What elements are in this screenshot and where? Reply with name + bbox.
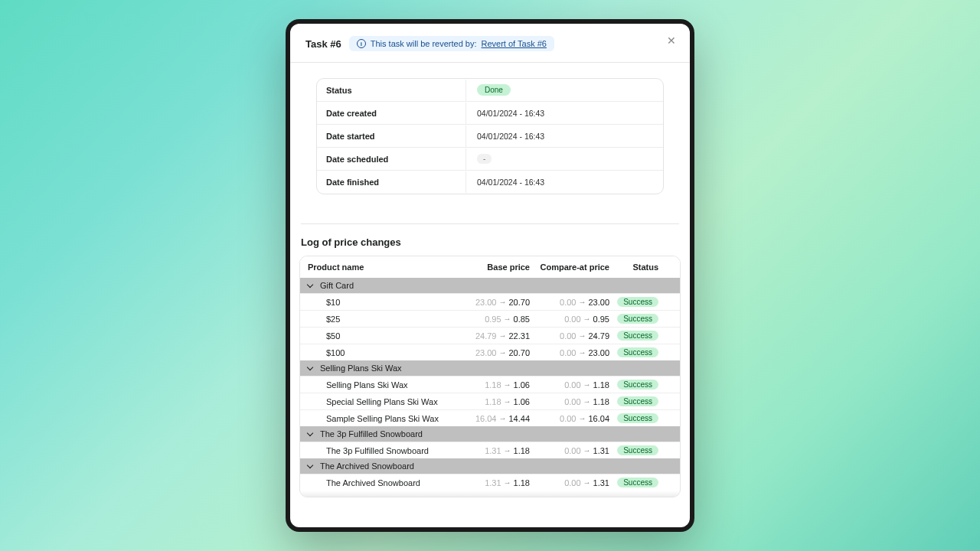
details-value: 04/01/2024 - 16:43 bbox=[466, 127, 663, 145]
product-group-row[interactable]: Selling Plans Ski Wax bbox=[300, 360, 680, 376]
base-price-cell: 23.00→20.70 bbox=[459, 348, 530, 357]
new-price: 24.79 bbox=[588, 331, 609, 341]
variant-name: The Archived Snowboard bbox=[308, 478, 459, 487]
success-badge: Success bbox=[617, 413, 658, 423]
new-price: 16.04 bbox=[588, 414, 609, 423]
product-group-row[interactable]: Gift Card bbox=[300, 278, 680, 293]
old-price: 1.31 bbox=[485, 446, 501, 455]
empty-value: - bbox=[477, 154, 492, 164]
arrow-right-icon: → bbox=[498, 414, 506, 422]
close-icon: ✕ bbox=[667, 34, 676, 47]
chevron-down-icon bbox=[308, 364, 315, 372]
group-name: Gift Card bbox=[320, 281, 354, 290]
arrow-right-icon: → bbox=[578, 298, 586, 306]
arrow-right-icon: → bbox=[498, 348, 506, 357]
row-status: Success bbox=[616, 445, 662, 455]
details-label: Date created bbox=[317, 103, 466, 124]
details-row: Date scheduled- bbox=[317, 148, 663, 171]
old-price: 1.31 bbox=[485, 478, 501, 487]
old-price: 0.00 bbox=[564, 446, 580, 455]
row-status: Success bbox=[616, 413, 662, 423]
chevron-down-icon bbox=[308, 430, 315, 438]
compare-price-cell: 0.00→23.00 bbox=[530, 298, 616, 307]
new-price: 22.31 bbox=[508, 331, 530, 341]
info-icon: i bbox=[357, 39, 366, 48]
arrow-right-icon: → bbox=[578, 348, 586, 357]
col-header-status: Status bbox=[616, 262, 662, 272]
row-status: Success bbox=[616, 314, 662, 324]
old-price: 23.00 bbox=[475, 298, 497, 307]
old-price: 23.00 bbox=[475, 348, 497, 357]
success-badge: Success bbox=[617, 297, 658, 307]
log-title: Log of price changes bbox=[299, 236, 681, 248]
arrow-right-icon: → bbox=[583, 397, 591, 406]
arrow-right-icon: → bbox=[583, 446, 591, 455]
arrow-right-icon: → bbox=[504, 446, 511, 455]
base-price-cell: 0.95→0.85 bbox=[459, 315, 530, 324]
row-status: Success bbox=[616, 396, 662, 406]
details-value: 04/01/2024 - 16:43 bbox=[466, 104, 663, 122]
close-button[interactable]: ✕ bbox=[664, 33, 679, 48]
table-row: $10023.00→20.700.00→23.00Success bbox=[300, 344, 680, 360]
row-status: Success bbox=[616, 478, 662, 487]
row-status: Success bbox=[616, 347, 662, 357]
product-group-row[interactable]: The Archived Snowboard bbox=[300, 458, 680, 474]
group-name: Selling Plans Ski Wax bbox=[320, 364, 402, 373]
arrow-right-icon: → bbox=[504, 315, 511, 323]
success-badge: Success bbox=[617, 347, 658, 357]
arrow-right-icon: → bbox=[504, 478, 511, 487]
table-row: $250.95→0.850.00→0.95Success bbox=[300, 310, 680, 327]
base-price-cell: 23.00→20.70 bbox=[459, 298, 530, 307]
log-table-header: Product name Base price Compare-at price… bbox=[300, 256, 680, 278]
product-group-row[interactable]: The 3p Fulfilled Snowboard bbox=[300, 426, 680, 442]
arrow-right-icon: → bbox=[583, 478, 591, 487]
table-row: $1023.00→20.700.00→23.00Success bbox=[300, 293, 680, 310]
details-value: 04/01/2024 - 16:43 bbox=[466, 173, 663, 191]
new-price: 1.18 bbox=[514, 478, 530, 487]
base-price-cell: 1.18→1.06 bbox=[459, 397, 530, 406]
old-price: 0.00 bbox=[564, 478, 580, 487]
table-row: $5024.79→22.310.00→24.79Success bbox=[300, 327, 680, 344]
base-price-cell: 24.79→22.31 bbox=[459, 331, 530, 341]
base-price-cell: 1.31→1.18 bbox=[459, 446, 530, 455]
arrow-right-icon: → bbox=[498, 331, 506, 340]
new-price: 20.70 bbox=[508, 298, 530, 307]
log-table: Product name Base price Compare-at price… bbox=[299, 256, 681, 497]
modal-body[interactable]: StatusDoneDate created04/01/2024 - 16:43… bbox=[290, 63, 690, 527]
variant-name: Special Selling Plans Ski Wax bbox=[308, 397, 459, 406]
compare-price-cell: 0.00→1.18 bbox=[530, 397, 616, 406]
col-header-base: Base price bbox=[459, 262, 530, 272]
new-price: 1.18 bbox=[514, 446, 530, 455]
variant-name: Selling Plans Ski Wax bbox=[308, 380, 459, 390]
details-label: Status bbox=[317, 80, 466, 101]
compare-price-cell: 0.00→16.04 bbox=[530, 414, 616, 423]
revert-link[interactable]: Revert of Task #6 bbox=[482, 39, 547, 48]
old-price: 0.00 bbox=[564, 380, 580, 390]
log-section: Log of price changes Product name Base p… bbox=[290, 224, 690, 497]
variant-name: The 3p Fulfilled Snowboard bbox=[308, 446, 459, 455]
row-status: Success bbox=[616, 297, 662, 307]
modal-title: Task #6 bbox=[305, 38, 341, 50]
base-price-cell: 16.04→14.44 bbox=[459, 414, 530, 423]
details-row: Date created04/01/2024 - 16:43 bbox=[317, 102, 663, 125]
col-header-compare: Compare-at price bbox=[530, 262, 616, 272]
row-status: Success bbox=[616, 331, 662, 341]
details-label: Date scheduled bbox=[317, 148, 466, 170]
base-price-cell: 1.18→1.06 bbox=[459, 380, 530, 390]
arrow-right-icon: → bbox=[504, 397, 511, 406]
new-price: 20.70 bbox=[508, 348, 530, 357]
new-price: 23.00 bbox=[588, 298, 609, 307]
new-price: 14.44 bbox=[508, 414, 530, 423]
variant-name: Sample Selling Plans Ski Wax bbox=[308, 414, 459, 423]
new-price: 1.06 bbox=[514, 380, 530, 390]
success-badge: Success bbox=[617, 445, 658, 455]
success-badge: Success bbox=[617, 380, 658, 390]
compare-price-cell: 0.00→24.79 bbox=[530, 331, 616, 341]
old-price: 0.00 bbox=[560, 348, 576, 357]
table-row: Sample Selling Plans Ski Wax16.04→14.440… bbox=[300, 409, 680, 426]
status-badge: Done bbox=[477, 84, 511, 96]
details-row: StatusDone bbox=[317, 79, 663, 102]
arrow-right-icon: → bbox=[583, 380, 591, 389]
new-price: 0.85 bbox=[514, 315, 530, 324]
compare-price-cell: 0.00→1.31 bbox=[530, 478, 616, 487]
